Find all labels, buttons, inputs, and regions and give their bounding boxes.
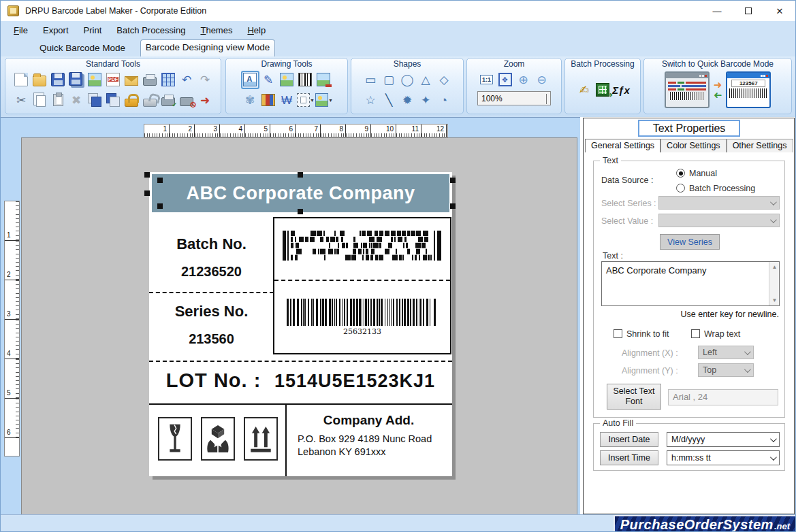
menu-batch-processing[interactable]: Batch Processing (109, 25, 193, 35)
image-frame-tool-icon[interactable] (315, 71, 333, 89)
delete-icon[interactable]: ✖ (67, 91, 86, 110)
wrap-text-label[interactable]: Wrap text (704, 329, 740, 339)
picture-tool-icon[interactable] (278, 71, 296, 89)
insert-time-button[interactable]: Insert Time (600, 450, 658, 465)
rounded-rectangle-shape-icon[interactable]: ▢ (380, 71, 398, 89)
export-image-icon[interactable] (86, 71, 104, 89)
freeform-shape-icon[interactable]: ✾ (241, 91, 259, 110)
bring-to-front-icon[interactable] (86, 91, 104, 110)
view-series-button[interactable]: View Series (660, 234, 720, 250)
new-document-icon (14, 73, 28, 86)
triangle-shape-icon[interactable]: △ (417, 71, 435, 89)
excel-import-icon[interactable] (594, 81, 612, 99)
table-grid-icon[interactable] (159, 71, 178, 89)
menu-export[interactable]: Export (35, 25, 76, 35)
paste-icon[interactable] (49, 91, 67, 110)
wrap-text-checkbox[interactable] (691, 329, 700, 338)
starburst-shape-icon[interactable]: ✹ (398, 91, 417, 110)
tab-quick-barcode-mode[interactable]: Quick Barcode Mode (28, 41, 137, 53)
menu-print[interactable]: Print (76, 25, 110, 35)
shrink-to-fit-checkbox[interactable] (614, 329, 622, 338)
radio-batch-processing[interactable] (676, 184, 685, 193)
time-format-dropdown[interactable]: h:mm:ss tt (667, 450, 780, 465)
line-shape-icon[interactable]: ╲ (380, 91, 398, 110)
selection-handle[interactable] (157, 178, 163, 183)
four-point-star-shape-icon[interactable]: ✦ (417, 91, 435, 110)
radio-manual-label[interactable]: Manual (689, 169, 717, 178)
open-icon[interactable] (31, 71, 49, 89)
print-icon[interactable] (141, 71, 159, 89)
label-design[interactable]: ABC Corporate Company Batch No. 21236520… (149, 172, 452, 476)
unlock-icon[interactable] (141, 91, 159, 110)
watermark-icon[interactable]: ₩ (278, 91, 296, 110)
new-document-icon[interactable] (12, 71, 31, 89)
diamond-shape-icon[interactable]: ◇ (435, 71, 453, 89)
ellipse-shape-icon[interactable]: ◯ (398, 71, 417, 89)
maximize-button[interactable] (733, 1, 764, 21)
rectangle-shape-icon[interactable]: ▭ (362, 71, 380, 89)
menu-themes[interactable]: Themes (193, 25, 240, 35)
save-all-icon[interactable] (67, 71, 86, 89)
date-format-dropdown[interactable]: M/d/yyyy (667, 432, 780, 447)
undo-icon[interactable]: ↶ (178, 71, 196, 89)
label-canvas[interactable]: ABC Corporate Company Batch No. 21236520… (21, 137, 577, 515)
email-icon[interactable] (123, 71, 141, 89)
ellipse-shape-icon: ◯ (400, 74, 413, 86)
clipart-tool-icon[interactable]: ▾ (315, 91, 333, 110)
batch-edit-icon[interactable]: ✍ (575, 81, 594, 99)
tab-other-settings[interactable]: Other Settings (727, 139, 793, 152)
selection-handle[interactable] (144, 190, 150, 196)
text-input[interactable]: ABC Corporate Company ▲ ▼ (601, 261, 780, 306)
tab-color-settings[interactable]: Color Settings (660, 139, 727, 152)
close-button[interactable]: ✕ (764, 1, 795, 21)
menu-file[interactable]: File (6, 25, 35, 35)
textarea-scrollbar[interactable]: ▲ ▼ (769, 262, 779, 305)
selection-handle[interactable] (298, 209, 303, 214)
copy-icon[interactable] (31, 91, 49, 110)
redo-icon[interactable]: ↷ (196, 71, 214, 89)
lot-value: 1514U5E1523KJ1 (274, 371, 435, 391)
save-icon[interactable] (49, 71, 67, 89)
selection-handle[interactable] (144, 172, 150, 178)
zoom-in-icon[interactable]: ⊕ (514, 71, 532, 89)
exit-icon[interactable]: ➜ (196, 91, 214, 110)
switch-mode-button[interactable]: ➜➜123567 (644, 69, 791, 110)
radio-batch-label[interactable]: Batch Processing (689, 184, 755, 193)
zoom-out-icon[interactable]: ⊖ (532, 71, 551, 89)
zoom-fit-icon[interactable]: ❖ (496, 71, 514, 89)
library-icon[interactable] (259, 91, 278, 110)
pencil-tool-icon[interactable]: ✎ (259, 71, 278, 89)
lock-icon[interactable] (123, 91, 141, 110)
scroll-down-icon[interactable]: ▼ (769, 297, 780, 303)
redo-icon: ↷ (200, 74, 210, 86)
cancel-print-icon[interactable] (178, 91, 196, 110)
cut-icon[interactable]: ✂ (12, 91, 31, 110)
radio-manual[interactable] (676, 169, 685, 178)
shrink-to-fit-label[interactable]: Shrink to fit (626, 329, 669, 339)
dashed-divider (149, 292, 274, 293)
zoom-level-dropdown[interactable]: 100% (477, 91, 551, 105)
scroll-up-icon[interactable]: ▲ (769, 264, 780, 270)
export-pdf-icon[interactable] (104, 71, 123, 89)
send-to-back-icon[interactable] (104, 91, 123, 110)
tab-general-settings[interactable]: General Settings (585, 139, 660, 152)
barcode-tool-icon[interactable] (296, 71, 315, 89)
selection-handle[interactable] (157, 203, 163, 209)
print-preview-icon[interactable] (159, 91, 178, 110)
arc-shape-icon[interactable]: ◔ (435, 91, 453, 110)
select-text-font-button[interactable]: Select Text Font (607, 384, 661, 410)
frame-tool-icon[interactable]: ▾ (296, 91, 315, 110)
star-shape-icon[interactable]: ☆ (362, 91, 380, 110)
selection-handle[interactable] (450, 178, 456, 183)
label-company-text-object[interactable]: ABC Corporate Company (152, 174, 449, 212)
selection-handle[interactable] (298, 172, 303, 178)
barcode-box[interactable]: 25632133 (273, 217, 451, 354)
text-tool-icon[interactable] (241, 71, 259, 89)
minimize-button[interactable]: — (701, 1, 733, 21)
zoom-actual-icon[interactable]: 1:1 (477, 71, 496, 89)
insert-date-button[interactable]: Insert Date (600, 432, 658, 447)
selection-handle[interactable] (450, 203, 456, 209)
tab-barcode-designing-view-mode[interactable]: Barcode Designing view Mode (140, 39, 275, 56)
sum-functions-icon[interactable]: Σƒx (612, 81, 631, 99)
menu-help[interactable]: Help (240, 25, 273, 35)
